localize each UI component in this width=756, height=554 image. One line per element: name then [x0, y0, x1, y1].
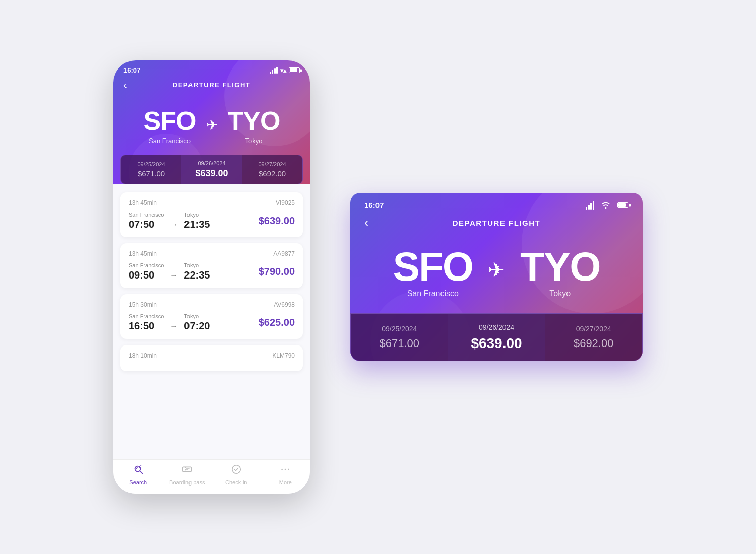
large-dest-name: Tokyo: [549, 289, 571, 298]
nav-more-label: More: [279, 479, 292, 486]
flight-card-1[interactable]: 13h 45min AA9877 San Francisco 09:50 → T…: [120, 243, 303, 288]
nav-checkin[interactable]: Check-in: [212, 464, 261, 486]
nav-more[interactable]: More: [261, 464, 310, 486]
nav-search-label: Search: [129, 479, 147, 486]
large-price-value-2: $692.00: [574, 337, 614, 350]
large-date-label-0: 09/25/2024: [382, 325, 417, 333]
flight-card-top-2: 15h 30min AV6998: [129, 301, 295, 308]
large-date-option-0[interactable]: 09/25/2024 $671.00: [351, 314, 448, 361]
origin-city-1: San Francisco: [129, 262, 164, 268]
destination-code: TYO: [228, 106, 280, 136]
price-value-1: $639.00: [195, 168, 228, 179]
flight-card-top-0: 13h 45min VI9025: [129, 199, 295, 206]
arrival-time-2: 07:20: [184, 320, 210, 332]
origin-info: SFO San Francisco: [144, 106, 196, 145]
arrival-leg-0: Tokyo 21:35: [184, 212, 210, 230]
duration-3: 18h 10min: [129, 352, 157, 359]
route-arrow-1: →: [170, 271, 178, 280]
flight-card-top-3: 18h 10min KLM790: [129, 352, 295, 359]
flight-card-top-1: 13h 45min AA9877: [129, 250, 295, 257]
back-button[interactable]: ‹: [123, 79, 127, 91]
flight-number-3: KLM790: [272, 352, 295, 359]
large-origin-code: SFO: [393, 247, 473, 287]
date-option-1[interactable]: 09/26/2024 $639.00: [181, 155, 242, 184]
large-dest-code: TYO: [520, 247, 600, 287]
flight-card-2[interactable]: 15h 30min AV6998 San Francisco 16:50 → T…: [120, 294, 303, 339]
large-date-label-1: 09/26/2024: [479, 323, 514, 331]
large-status-icons: [586, 201, 628, 210]
arrival-time-1: 22:35: [184, 269, 210, 281]
date-option-2[interactable]: 09/27/2024 $692.00: [242, 155, 302, 184]
large-back-button[interactable]: ‹: [364, 216, 368, 230]
dest-city-2: Tokyo: [184, 313, 210, 319]
date-label-1: 09/26/2024: [198, 160, 225, 166]
svg-point-7: [281, 469, 283, 470]
departure-time-0: 07:50: [129, 219, 164, 230]
duration-0: 13h 45min: [129, 199, 157, 206]
large-date-price-bar: 09/25/2024 $671.00 09/26/2024 $639.00 09…: [350, 313, 643, 361]
large-date-option-1[interactable]: 09/26/2024 $639.00: [448, 314, 545, 361]
flight-number-2: AV6998: [274, 301, 295, 308]
status-bar: 16:07 ▾▴: [113, 60, 310, 76]
price-value-0: $671.00: [138, 169, 165, 178]
origin-city-0: San Francisco: [129, 212, 164, 218]
flight-card-bottom-2: San Francisco 16:50 → Tokyo 07:20 $625.0…: [129, 313, 295, 332]
signal-icon: [270, 67, 278, 74]
wifi-icon: ▾▴: [280, 67, 286, 74]
large-dest-info: TYO Tokyo: [520, 247, 600, 298]
dest-city-0: Tokyo: [184, 212, 210, 218]
flight-number-0: VI9025: [276, 199, 295, 206]
origin-code: SFO: [144, 106, 196, 136]
destination-name: Tokyo: [245, 137, 262, 145]
large-date-label-2: 09/27/2024: [576, 325, 611, 333]
nav-checkin-label: Check-in: [225, 479, 247, 486]
arrival-leg-2: Tokyo 07:20: [184, 313, 210, 332]
dest-city-1: Tokyo: [184, 262, 210, 268]
time-display: 16:07: [123, 66, 140, 74]
boarding-pass-icon: [181, 464, 193, 477]
departure-time-2: 16:50: [129, 320, 164, 332]
more-icon: [280, 464, 291, 477]
page-title: DEPARTURE FLIGHT: [173, 81, 250, 89]
date-label-0: 09/25/2024: [137, 161, 165, 167]
nav-boarding-label: Boarding pass: [169, 479, 205, 486]
nav-search[interactable]: Search: [113, 464, 163, 486]
flights-list: 13h 45min VI9025 San Francisco 07:50 → T…: [113, 184, 310, 459]
nav-bar: ‹ DEPARTURE FLIGHT: [113, 76, 310, 96]
origin-city-2: San Francisco: [129, 313, 164, 319]
departure-leg-0: San Francisco 07:50: [129, 212, 164, 230]
search-icon: [133, 464, 144, 477]
flight-card-bottom-0: San Francisco 07:50 → Tokyo 21:35 $639.0…: [129, 212, 295, 230]
price-2: $625.00: [251, 317, 295, 328]
plane-icon: ✈: [206, 117, 218, 133]
flight-number-1: AA9877: [273, 250, 295, 257]
duration-2: 15h 30min: [129, 301, 157, 308]
svg-point-8: [285, 469, 286, 470]
flight-route: SFO San Francisco ✈ TYO Tokyo: [113, 96, 310, 150]
date-price-bar: 09/25/2024 $671.00 09/26/2024 $639.00 09…: [120, 155, 303, 184]
date-option-0[interactable]: 09/25/2024 $671.00: [121, 155, 181, 184]
svg-point-6: [232, 465, 241, 474]
large-date-option-2[interactable]: 09/27/2024 $692.00: [545, 314, 642, 361]
origin-name: San Francisco: [149, 137, 191, 145]
svg-rect-2: [183, 467, 192, 471]
battery-icon: [289, 67, 300, 73]
large-price-value-1: $639.00: [471, 335, 522, 352]
large-nav-bar: ‹ DEPARTURE FLIGHT: [350, 213, 643, 237]
phone-mockup: 16:07 ▾▴ ‹ DEPARTURE FLIGHT: [113, 60, 310, 494]
route-arrow-2: →: [170, 322, 178, 331]
departure-time-1: 09:50: [129, 269, 164, 281]
large-signal-icon: [586, 201, 594, 210]
flight-card-bottom-1: San Francisco 09:50 → Tokyo 22:35 $790.0…: [129, 262, 295, 281]
phone-header: 16:07 ▾▴ ‹ DEPARTURE FLIGHT: [113, 60, 310, 184]
large-card: 16:07 ‹ DEPARTURE: [350, 193, 643, 361]
duration-1: 13h 45min: [129, 250, 157, 257]
arrival-time-0: 21:35: [184, 219, 210, 230]
price-1: $790.00: [251, 266, 295, 278]
flight-card-3[interactable]: 18h 10min KLM790: [120, 345, 303, 371]
destination-info: TYO Tokyo: [228, 106, 280, 145]
large-battery-icon: [617, 202, 628, 208]
flight-card-0[interactable]: 13h 45min VI9025 San Francisco 07:50 → T…: [120, 192, 303, 237]
nav-boarding[interactable]: Boarding pass: [163, 464, 212, 486]
departure-leg-2: San Francisco 16:50: [129, 313, 164, 332]
